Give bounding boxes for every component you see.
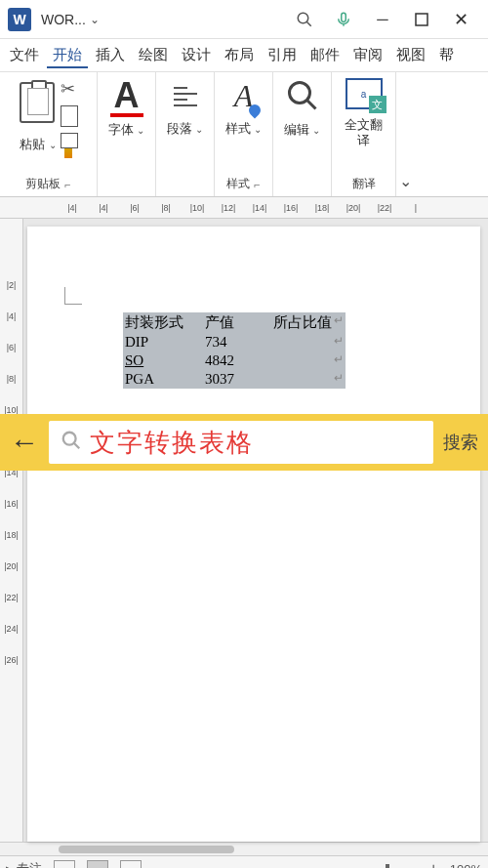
document-page[interactable]: 封装形式 产值 所占比值↵ DIP 734 ↵ SO 4842 ↵ PGA 30… <box>27 227 480 842</box>
minimize-icon[interactable]: ─ <box>363 0 402 39</box>
table-cell[interactable]: 734 <box>203 333 271 351</box>
clipboard-group: ✂ 粘贴 ⌄ 剪贴板 ⌐ <box>0 72 98 196</box>
cut-icon[interactable]: ✂ <box>61 78 78 100</box>
dialog-launcher-icon[interactable]: ⌐ <box>64 179 70 190</box>
menu-help[interactable]: 帮 <box>433 42 460 68</box>
maximize-icon[interactable] <box>402 0 441 39</box>
menu-references[interactable]: 引用 <box>262 42 303 68</box>
svg-point-10 <box>63 432 76 444</box>
svg-rect-2 <box>342 13 346 21</box>
chevron-down-icon[interactable]: ⌄ <box>90 13 100 26</box>
search-overlay: ← 文字转换表格 搜索 <box>0 414 488 471</box>
translate-icon[interactable]: a <box>346 78 383 109</box>
search-box[interactable]: 文字转换表格 <box>49 421 433 464</box>
page-margin-marker <box>64 287 82 305</box>
svg-point-0 <box>298 13 308 23</box>
menu-insert[interactable]: 插入 <box>90 42 131 68</box>
translate-group-label: 翻译 <box>352 176 376 192</box>
ribbon-collapse-icon[interactable]: ⌄ <box>396 72 414 196</box>
clipboard-group-label: 剪贴板 <box>25 176 61 192</box>
table-cell[interactable]: 4842 <box>203 351 271 370</box>
table-header[interactable]: 产值 <box>203 312 271 333</box>
format-painter-icon[interactable] <box>61 133 78 158</box>
zoom-level[interactable]: 100% <box>450 862 482 869</box>
horizontal-ruler[interactable]: |4||4||6||8||10||12||14||16||18||20||22|… <box>0 197 488 219</box>
back-arrow-icon[interactable]: ← <box>10 426 39 459</box>
menu-file[interactable]: 文件 <box>4 42 45 68</box>
chevron-down-icon[interactable]: ⌄ <box>195 124 203 135</box>
table-cell[interactable]: ↵ <box>271 333 346 351</box>
horizontal-scrollbar[interactable] <box>0 842 488 855</box>
styles-label[interactable]: 样式 <box>225 121 251 136</box>
table-cell[interactable]: PGA <box>123 370 203 389</box>
document-title[interactable]: WOR... <box>41 12 86 27</box>
chevron-down-icon[interactable]: ⌄ <box>312 125 320 136</box>
menubar: 文件 开始 插入 绘图 设计 布局 引用 邮件 审阅 视图 帮 <box>0 39 488 72</box>
dialog-launcher-icon[interactable]: ⌐ <box>254 179 260 190</box>
chevron-down-icon[interactable]: ⌄ <box>254 124 262 135</box>
svg-rect-3 <box>416 14 427 25</box>
zoom-in-icon[interactable]: + <box>428 860 437 868</box>
zoom-out-icon[interactable]: − <box>337 859 347 869</box>
search-icon[interactable] <box>285 0 324 39</box>
table-header[interactable]: 封装形式 <box>123 312 203 333</box>
selected-text-block[interactable]: 封装形式 产值 所占比值↵ DIP 734 ↵ SO 4842 ↵ PGA 30… <box>123 312 346 389</box>
search-icon <box>61 430 82 456</box>
copy-icon[interactable] <box>61 105 78 127</box>
styles-icon[interactable]: A <box>234 78 254 114</box>
edit-group: 编辑 ⌄ <box>273 72 332 196</box>
vertical-ruler[interactable]: |2||4||6||8||10||12||14||16||18||20||22|… <box>0 219 23 842</box>
app-icon: W <box>8 8 31 31</box>
close-icon[interactable]: ✕ <box>441 0 480 39</box>
scrollbar-thumb[interactable] <box>59 846 234 853</box>
menu-layout[interactable]: 布局 <box>219 42 260 68</box>
ribbon: ✂ 粘贴 ⌄ 剪贴板 ⌐ A 字体 ⌄ 段落 ⌄ A 样式 ⌄ 样式 ⌐ <box>0 72 488 197</box>
chevron-down-icon[interactable]: ⌄ <box>137 125 144 136</box>
font-group: A 字体 ⌄ <box>98 72 156 196</box>
paragraph-label[interactable]: 段落 <box>167 121 192 136</box>
paragraph-icon[interactable] <box>166 78 205 120</box>
edit-label[interactable]: 编辑 <box>284 122 309 137</box>
translate-label[interactable]: 全文翻译 <box>340 117 387 147</box>
table-cell[interactable]: SO <box>123 351 203 370</box>
read-mode-icon[interactable] <box>54 860 75 868</box>
svg-line-9 <box>306 101 315 109</box>
clipboard-icon[interactable] <box>20 82 55 123</box>
web-layout-icon[interactable] <box>120 860 142 868</box>
search-button[interactable]: 搜索 <box>443 431 478 454</box>
find-icon[interactable] <box>285 78 320 121</box>
chevron-down-icon[interactable]: ⌄ <box>49 140 57 150</box>
table-cell[interactable]: DIP <box>123 333 203 351</box>
table-cell[interactable]: ↵ <box>271 351 346 370</box>
menu-review[interactable]: 审阅 <box>347 42 388 68</box>
menu-design[interactable]: 设计 <box>176 42 217 68</box>
font-color-icon[interactable]: A <box>110 78 143 117</box>
statusbar: ▸专注 − + 100% <box>0 855 488 868</box>
paragraph-group: 段落 ⌄ <box>156 72 215 196</box>
svg-line-1 <box>306 21 311 26</box>
svg-line-11 <box>74 442 80 448</box>
styles-group-label: 样式 <box>226 176 250 192</box>
focus-mode-button[interactable]: ▸专注 <box>6 860 42 868</box>
styles-group: A 样式 ⌄ 样式 ⌐ <box>215 72 273 196</box>
svg-point-8 <box>289 83 309 103</box>
mic-icon[interactable] <box>324 0 363 39</box>
translate-group: a 全文翻译 翻译 <box>332 72 396 196</box>
table-cell[interactable]: 3037 <box>203 370 271 389</box>
font-label[interactable]: 字体 <box>108 122 134 137</box>
menu-draw[interactable]: 绘图 <box>133 42 174 68</box>
menu-home[interactable]: 开始 <box>47 42 88 68</box>
print-layout-icon[interactable] <box>87 860 108 868</box>
search-input-text[interactable]: 文字转换表格 <box>90 426 254 460</box>
table-header[interactable]: 所占比值↵ <box>271 312 346 333</box>
table-cell[interactable]: ↵ <box>271 370 346 389</box>
paste-label[interactable]: 粘贴 <box>20 136 45 153</box>
menu-view[interactable]: 视图 <box>390 42 431 68</box>
menu-mail[interactable]: 邮件 <box>305 42 346 68</box>
